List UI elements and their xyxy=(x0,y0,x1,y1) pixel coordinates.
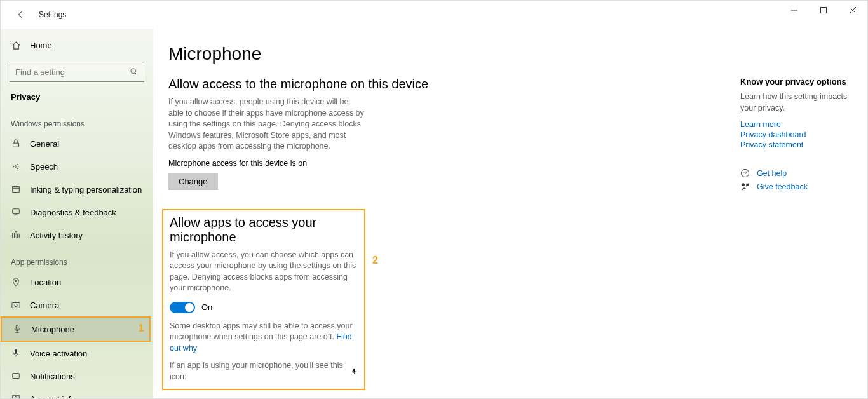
svg-point-4 xyxy=(131,69,136,74)
feedback-icon xyxy=(11,208,21,217)
home-nav[interactable]: Home xyxy=(1,34,153,57)
nav-inking[interactable]: Inking & typing personalization xyxy=(1,178,153,201)
close-button[interactable] xyxy=(838,1,867,20)
nav-label: Notifications xyxy=(30,372,75,381)
privacy-dashboard-link[interactable]: Privacy dashboard xyxy=(740,130,857,139)
nav-label: Camera xyxy=(30,301,59,310)
right-pane: Know your privacy options Learn how this… xyxy=(740,29,867,398)
group-windows-permissions: Windows permissions xyxy=(1,108,153,132)
nav-label: Location xyxy=(30,278,61,287)
rp-desc: Learn how this setting impacts your priv… xyxy=(740,91,857,114)
page-title: Microphone xyxy=(168,44,725,64)
svg-rect-18 xyxy=(15,349,17,354)
give-feedback-link[interactable]: Give feedback xyxy=(740,182,857,191)
speech-icon xyxy=(11,162,21,171)
category-label: Privacy xyxy=(1,90,153,108)
section1-desc: If you allow access, people using this d… xyxy=(168,97,365,152)
nav-label: Inking & typing personalization xyxy=(30,185,142,194)
svg-rect-15 xyxy=(12,303,20,308)
lock-icon xyxy=(11,139,21,148)
nav-label: Diagnostics & feedback xyxy=(30,208,116,217)
svg-rect-17 xyxy=(16,325,18,330)
svg-rect-12 xyxy=(15,232,17,238)
svg-rect-1 xyxy=(821,8,827,13)
notifications-icon xyxy=(11,372,21,381)
group-app-permissions: App permissions xyxy=(1,247,153,271)
camera-icon xyxy=(11,301,21,309)
svg-text:?: ? xyxy=(743,170,747,177)
feedback-icon xyxy=(740,182,750,191)
apps-access-toggle[interactable] xyxy=(170,302,195,313)
sidebar: Home Privacy Windows permissions General… xyxy=(1,29,153,398)
home-icon xyxy=(11,41,21,50)
svg-point-14 xyxy=(15,280,17,282)
nav-general[interactable]: General xyxy=(1,132,153,155)
search-input[interactable] xyxy=(10,62,144,82)
section1-heading: Allow access to the microphone on this d… xyxy=(168,77,725,91)
minimize-button[interactable] xyxy=(780,1,809,20)
section2-desc3: If an app is using your microphone, you'… xyxy=(170,360,358,382)
section2-desc2: Some desktop apps may still be able to a… xyxy=(170,321,358,355)
change-button[interactable]: Change xyxy=(168,173,218,190)
svg-point-7 xyxy=(13,166,15,167)
svg-point-16 xyxy=(15,304,17,306)
search-icon xyxy=(130,67,139,76)
nav-label: Voice activation xyxy=(30,349,87,358)
svg-rect-10 xyxy=(13,209,20,214)
nav-activity[interactable]: Activity history xyxy=(1,224,153,247)
main-content: Microphone Allow access to the microphon… xyxy=(153,29,740,398)
svg-rect-22 xyxy=(353,369,355,372)
voice-icon xyxy=(11,349,21,358)
nav-camera[interactable]: Camera xyxy=(1,294,153,316)
device-access-status: Microphone access for this device is on xyxy=(168,159,725,168)
microphone-indicator-icon xyxy=(351,368,358,375)
nav-account-info[interactable]: Account info xyxy=(1,388,153,398)
section2-heading: Allow apps to access your microphone xyxy=(170,215,358,245)
nav-notifications[interactable]: Notifications xyxy=(1,365,153,388)
svg-rect-11 xyxy=(13,233,15,238)
location-icon xyxy=(11,278,21,287)
nav-speech[interactable]: Speech xyxy=(1,155,153,178)
get-help-link[interactable]: ? Get help xyxy=(740,168,857,178)
svg-point-25 xyxy=(742,183,745,186)
svg-rect-19 xyxy=(13,374,20,379)
back-button[interactable] xyxy=(11,4,31,25)
rp-heading: Know your privacy options xyxy=(740,77,857,86)
nav-label: Activity history xyxy=(30,231,83,240)
help-icon: ? xyxy=(740,168,750,178)
nav-microphone[interactable]: Microphone xyxy=(2,318,149,341)
inking-icon xyxy=(11,185,21,194)
privacy-statement-link[interactable]: Privacy statement xyxy=(740,140,857,149)
section2-desc: If you allow access, you can choose whic… xyxy=(170,250,358,294)
svg-rect-8 xyxy=(13,187,20,193)
window-title: Settings xyxy=(39,10,66,19)
svg-rect-6 xyxy=(13,143,19,147)
nav-voice-activation[interactable]: Voice activation xyxy=(1,342,153,365)
nav-label: Speech xyxy=(30,162,58,172)
microphone-icon xyxy=(12,325,22,334)
annotation-number-2: 2 xyxy=(372,255,378,266)
svg-rect-13 xyxy=(18,234,20,238)
learn-more-link[interactable]: Learn more xyxy=(740,120,857,129)
svg-point-21 xyxy=(15,397,17,399)
nav-label: General xyxy=(30,139,59,149)
svg-line-5 xyxy=(135,73,138,76)
nav-diagnostics[interactable]: Diagnostics & feedback xyxy=(1,201,153,224)
activity-icon xyxy=(11,231,21,240)
home-label: Home xyxy=(30,41,52,50)
maximize-button[interactable] xyxy=(809,1,838,20)
nav-label: Microphone xyxy=(31,325,74,334)
nav-label: Account info xyxy=(30,395,76,399)
account-icon xyxy=(11,395,21,398)
toggle-label: On xyxy=(201,302,212,312)
annotation-box-1: Microphone 1 xyxy=(1,316,151,342)
annotation-box-2: Allow apps to access your microphone If … xyxy=(162,209,365,391)
nav-location[interactable]: Location xyxy=(1,271,153,294)
annotation-number-1: 1 xyxy=(139,323,144,334)
